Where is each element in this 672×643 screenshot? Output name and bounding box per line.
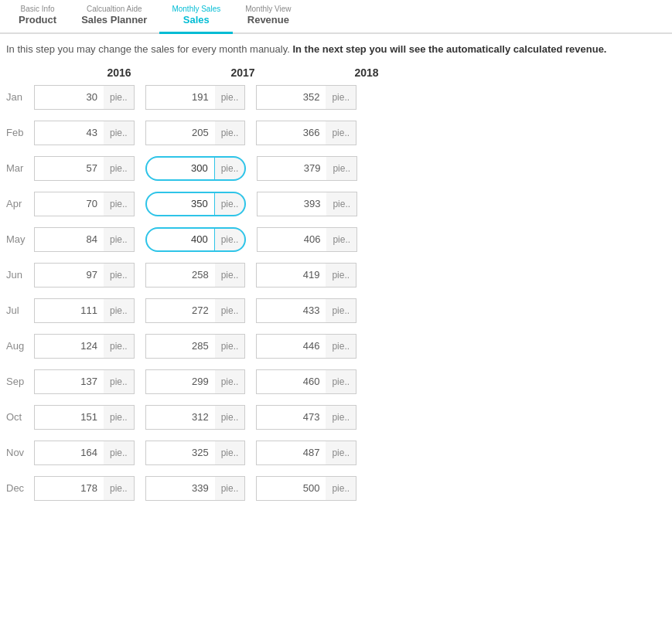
input-nov-2018[interactable]	[256, 441, 326, 465]
month-label-may: May	[6, 233, 34, 245]
pie-button-feb-2018[interactable]: pie..	[326, 121, 356, 145]
cell-feb-2016: pie..	[34, 121, 135, 145]
cell-mar-2018: pie..	[257, 156, 357, 181]
pie-button-oct-2016[interactable]: pie..	[104, 405, 135, 430]
pie-button-may-2018[interactable]: pie..	[326, 227, 357, 252]
input-jun-2017[interactable]	[145, 263, 215, 287]
cell-may-2016: pie..	[34, 227, 135, 252]
pie-button-nov-2018[interactable]: pie..	[326, 441, 356, 465]
table-row: Janpie..pie..pie..	[0, 82, 672, 113]
pie-button-jan-2016[interactable]: pie..	[104, 85, 135, 110]
input-mar-2017[interactable]	[145, 156, 215, 181]
pie-button-dec-2016[interactable]: pie..	[104, 476, 135, 501]
pie-button-aug-2018[interactable]: pie..	[326, 334, 356, 359]
pie-button-jan-2018[interactable]: pie..	[326, 85, 356, 110]
input-mar-2016[interactable]	[34, 156, 104, 181]
input-jul-2016[interactable]	[34, 298, 104, 323]
pie-button-sep-2018[interactable]: pie..	[326, 369, 356, 394]
pie-button-may-2016[interactable]: pie..	[104, 227, 135, 252]
input-jan-2017[interactable]	[145, 85, 215, 110]
pie-button-jun-2017[interactable]: pie..	[215, 263, 246, 287]
month-label-mar: Mar	[6, 162, 34, 174]
tab-basic-info[interactable]: Basic InfoProduct	[6, 0, 69, 34]
input-jan-2018[interactable]	[256, 85, 326, 110]
cell-nov-2016: pie..	[34, 441, 135, 465]
input-apr-2018[interactable]	[257, 192, 326, 216]
input-oct-2018[interactable]	[256, 405, 326, 430]
input-sep-2017[interactable]	[145, 369, 215, 394]
cell-jan-2017: pie..	[145, 85, 246, 110]
pie-button-mar-2018[interactable]: pie..	[326, 156, 357, 181]
pie-button-aug-2017[interactable]: pie..	[215, 334, 246, 359]
input-jul-2018[interactable]	[256, 298, 326, 323]
pie-button-oct-2018[interactable]: pie..	[326, 405, 356, 430]
pie-button-dec-2018[interactable]: pie..	[326, 476, 356, 501]
pie-button-jun-2016[interactable]: pie..	[104, 263, 135, 287]
tab-monthly-sales[interactable]: Monthly SalesSales	[159, 0, 233, 34]
input-nov-2016[interactable]	[34, 441, 104, 465]
pie-button-mar-2016[interactable]: pie..	[104, 156, 135, 181]
cell-jul-2017: pie..	[145, 298, 246, 323]
tab-monthly-revenue[interactable]: Monthly ViewRevenue	[233, 0, 303, 34]
pie-button-oct-2017[interactable]: pie..	[215, 405, 246, 430]
input-apr-2016[interactable]	[34, 192, 104, 216]
pie-button-jul-2016[interactable]: pie..	[104, 298, 135, 323]
input-oct-2017[interactable]	[145, 405, 215, 430]
pie-button-apr-2016[interactable]: pie..	[104, 192, 135, 216]
pie-button-sep-2017[interactable]: pie..	[215, 369, 246, 394]
pie-button-nov-2017[interactable]: pie..	[215, 441, 246, 465]
pie-button-jan-2017[interactable]: pie..	[215, 85, 246, 110]
pie-button-mar-2017[interactable]: pie..	[215, 156, 247, 181]
pie-button-dec-2017[interactable]: pie..	[215, 476, 246, 501]
year-header-2017: 2017	[186, 66, 300, 79]
cell-feb-2017: pie..	[145, 121, 246, 145]
tab-sales-planner[interactable]: Calcualtion AideSales Planner	[69, 0, 159, 34]
pie-button-sep-2016[interactable]: pie..	[104, 369, 135, 394]
month-label-nov: Nov	[6, 447, 34, 458]
pie-button-jun-2018[interactable]: pie..	[326, 263, 356, 287]
pie-button-jul-2017[interactable]: pie..	[215, 298, 246, 323]
input-aug-2018[interactable]	[256, 334, 326, 359]
cell-apr-2017: pie..	[145, 192, 247, 216]
input-dec-2018[interactable]	[256, 476, 326, 501]
cell-mar-2017: pie..	[145, 156, 247, 181]
pie-button-aug-2016[interactable]: pie..	[104, 334, 135, 359]
input-dec-2017[interactable]	[145, 476, 215, 501]
input-sep-2016[interactable]	[34, 369, 104, 394]
input-mar-2018[interactable]	[257, 156, 326, 181]
input-apr-2017[interactable]	[145, 192, 215, 216]
input-jun-2018[interactable]	[256, 263, 326, 287]
input-aug-2017[interactable]	[145, 334, 215, 359]
input-may-2018[interactable]	[257, 227, 326, 252]
input-may-2017[interactable]	[145, 227, 215, 252]
input-feb-2017[interactable]	[145, 121, 215, 145]
input-aug-2016[interactable]	[34, 334, 104, 359]
cell-jun-2016: pie..	[34, 263, 135, 287]
table-row: Febpie..pie..pie..	[0, 117, 672, 148]
input-sep-2018[interactable]	[256, 369, 326, 394]
input-dec-2016[interactable]	[34, 476, 104, 501]
input-feb-2016[interactable]	[34, 121, 104, 145]
table-row: Maypie..pie..pie..	[0, 224, 672, 255]
pie-button-nov-2016[interactable]: pie..	[104, 441, 135, 465]
year-header-2018: 2018	[309, 66, 424, 79]
pie-button-may-2017[interactable]: pie..	[215, 227, 247, 252]
input-feb-2018[interactable]	[256, 121, 326, 145]
pie-button-apr-2018[interactable]: pie..	[326, 192, 357, 216]
input-jul-2017[interactable]	[145, 298, 215, 323]
table-row: Decpie..pie..pie..	[0, 473, 672, 504]
cell-aug-2018: pie..	[256, 334, 356, 359]
pie-button-feb-2017[interactable]: pie..	[215, 121, 246, 145]
pie-button-jul-2018[interactable]: pie..	[326, 298, 356, 323]
input-nov-2017[interactable]	[145, 441, 215, 465]
month-label-dec: Dec	[6, 482, 34, 494]
input-may-2016[interactable]	[34, 227, 104, 252]
table-row: Novpie..pie..pie..	[0, 437, 672, 468]
pie-button-apr-2017[interactable]: pie..	[215, 192, 247, 216]
cell-sep-2017: pie..	[145, 369, 246, 394]
pie-button-feb-2016[interactable]: pie..	[104, 121, 135, 145]
input-jan-2016[interactable]	[34, 85, 104, 110]
input-jun-2016[interactable]	[34, 263, 104, 287]
cell-aug-2016: pie..	[34, 334, 135, 359]
input-oct-2016[interactable]	[34, 405, 104, 430]
